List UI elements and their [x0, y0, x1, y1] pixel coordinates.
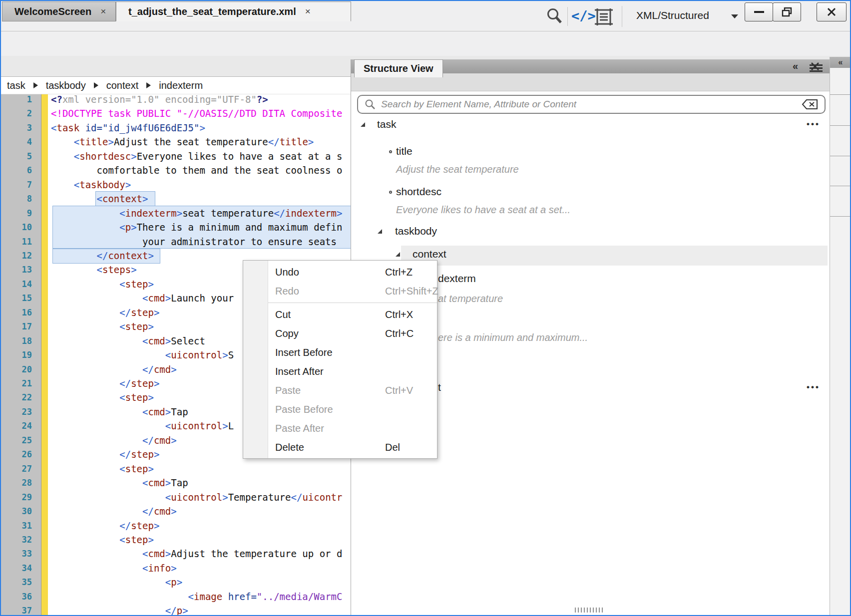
- menu-item-label: Copy: [275, 328, 299, 339]
- view-mode-dropdown[interactable]: XML/Structured: [636, 9, 709, 21]
- tree-content-at-temperature[interactable]: at temperature: [438, 293, 503, 305]
- collapsed-side-strip[interactable]: «: [830, 57, 851, 616]
- panel-resize-grip[interactable]: [575, 608, 610, 614]
- line-number: 37: [1, 604, 36, 616]
- tab-t-adjust-the-seat-temperature[interactable]: t_adjust_the_seat_temperature.xml ×: [116, 1, 351, 21]
- menu-item-insert-before[interactable]: Insert Before: [268, 343, 437, 362]
- line-number: 11: [1, 235, 36, 249]
- line-number: 13: [1, 263, 36, 277]
- line-number: 29: [1, 490, 36, 504]
- tree-element-context[interactable]: context: [413, 248, 446, 260]
- menu-item-shortcut: Del: [385, 442, 400, 453]
- leaf-bullet-icon: [389, 191, 392, 194]
- line-number: 19: [1, 348, 36, 362]
- code-line-36: <image href="../media/WarmC: [51, 590, 342, 604]
- code-line-10: <p>There is a minimum and maximum defin: [51, 220, 342, 234]
- tree-content-adjust-the-seat-temperature[interactable]: Adjust the seat temperature: [396, 164, 519, 175]
- expander-collapse-icon[interactable]: [377, 229, 383, 234]
- menu-item-label: Undo: [275, 267, 299, 278]
- more-options-icon[interactable]: •••: [807, 119, 820, 129]
- leaf-bullet-icon: [389, 150, 392, 153]
- code-line-34: <info>: [51, 561, 177, 575]
- line-number: 6: [1, 163, 36, 177]
- breadcrumb-item-context[interactable]: context: [106, 80, 138, 91]
- line-number: 23: [1, 405, 36, 419]
- tree-element-dexterm[interactable]: dexterm: [438, 273, 476, 285]
- menu-item-label: Paste Before: [275, 404, 333, 415]
- code-line-35: <p>: [51, 575, 182, 589]
- menu-item-shortcut: Ctrl+C: [385, 328, 414, 339]
- line-number: 14: [1, 277, 36, 291]
- expander-collapse-icon[interactable]: [395, 252, 401, 257]
- menu-item-shortcut: Ctrl+Z: [385, 267, 413, 278]
- line-number: 4: [1, 135, 36, 149]
- breadcrumb-arrow-icon: [146, 82, 151, 88]
- menu-item-delete[interactable]: DeleteDel: [268, 438, 437, 457]
- menu-item-label: Insert After: [275, 366, 324, 377]
- code-line-16: </step>: [51, 306, 159, 319]
- code-line-26: </step>: [51, 447, 159, 461]
- menu-separator: [268, 303, 437, 303]
- code-line-1: <?xml version="1.0" encoding="UTF-8"?>: [51, 92, 268, 106]
- close-button[interactable]: [817, 2, 847, 21]
- menu-item-undo[interactable]: UndoCtrl+Z: [268, 263, 437, 282]
- menu-item-label: Paste After: [275, 423, 324, 434]
- line-number: 30: [1, 504, 36, 518]
- change-bar: [41, 94, 48, 616]
- expander-collapse-icon[interactable]: [360, 122, 366, 127]
- code-line-6: comfortable to them and the seat coolnes…: [51, 163, 342, 177]
- chevron-down-icon[interactable]: [731, 14, 738, 18]
- menu-item-insert-after[interactable]: Insert After: [268, 362, 437, 381]
- expand-strip-icon[interactable]: «: [830, 57, 851, 68]
- tree-content-ere-is-a-minimum-and-maximum-[interactable]: ere is a minimum and maximum...: [438, 332, 588, 343]
- menu-item-shortcut: Ctrl+X: [385, 309, 413, 320]
- menu-item-label: Delete: [275, 442, 304, 453]
- breadcrumb-item-taskbody[interactable]: taskbody: [46, 80, 86, 91]
- code-line-37: </p>: [51, 604, 188, 616]
- structured-view-icon[interactable]: [593, 7, 614, 26]
- line-number: 20: [1, 362, 36, 376]
- code-line-25: </cmd>: [51, 433, 177, 447]
- menu-item-redo[interactable]: RedoCtrl+Shift+Z: [268, 282, 437, 301]
- line-number: 28: [1, 476, 36, 490]
- menu-item-paste-after[interactable]: Paste After: [268, 419, 437, 438]
- context-menu: UndoCtrl+ZRedoCtrl+Shift+ZCutCtrl+XCopyC…: [243, 260, 437, 459]
- tree-content-everyone-likes-to-have-a-seat-at-a-set-[interactable]: Everyone likes to have a seat at a set..…: [396, 204, 570, 216]
- tab-close-icon[interactable]: ×: [303, 6, 318, 17]
- breadcrumb-item-task[interactable]: task: [7, 80, 25, 91]
- breadcrumb-item-indexterm[interactable]: indexterm: [159, 80, 203, 91]
- code-line-28: <cmd>Tap: [51, 476, 188, 490]
- tree-element-t[interactable]: t: [438, 381, 441, 393]
- code-line-21: </step>: [51, 376, 159, 390]
- more-options-icon[interactable]: •••: [807, 382, 820, 392]
- line-number-gutter: 1234567891011121314151617181920212223242…: [1, 94, 41, 616]
- tab-welcomescreen[interactable]: WelcomeScreen ×: [2, 1, 116, 21]
- breadcrumb-arrow-icon: [33, 82, 38, 88]
- menu-item-paste-before[interactable]: Paste Before: [268, 400, 437, 419]
- code-line-4: <title>Adjust the seat temperature</titl…: [51, 135, 314, 149]
- tree-element-taskbody[interactable]: taskbody: [395, 225, 437, 237]
- code-view-icon[interactable]: </>: [571, 8, 596, 23]
- menu-item-shortcut: Ctrl+V: [385, 385, 413, 396]
- code-line-17: <step>: [51, 319, 154, 333]
- toolbar-divider: [622, 6, 622, 27]
- menu-item-copy[interactable]: CopyCtrl+C: [268, 324, 437, 343]
- minimize-button[interactable]: [745, 2, 773, 21]
- menu-item-paste[interactable]: PasteCtrl+V: [268, 381, 437, 400]
- line-number: 3: [1, 121, 36, 135]
- menu-item-cut[interactable]: CutCtrl+X: [268, 305, 437, 324]
- line-number: 1: [1, 92, 36, 106]
- code-line-24: <uicontrol>L: [51, 419, 234, 433]
- menu-item-shortcut: Ctrl+Shift+Z: [385, 286, 438, 297]
- tree-element-title[interactable]: title: [396, 145, 413, 157]
- line-number: 34: [1, 561, 36, 575]
- line-number: 25: [1, 433, 36, 447]
- tab-close-icon[interactable]: ×: [98, 6, 113, 17]
- secondary-toolbar: [1, 31, 850, 56]
- code-line-30: </cmd>: [51, 504, 177, 518]
- restore-button[interactable]: [773, 2, 801, 21]
- code-line-2: <!DOCTYPE task PUBLIC "-//OASIS//DTD DIT…: [51, 106, 342, 120]
- tree-element-shortdesc[interactable]: shortdesc: [396, 186, 441, 198]
- search-icon[interactable]: [545, 7, 563, 26]
- tree-element-task[interactable]: task: [377, 118, 397, 130]
